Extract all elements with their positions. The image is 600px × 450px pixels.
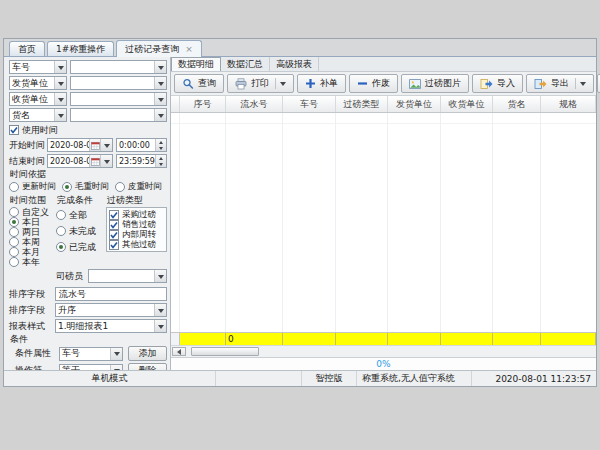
scroll-left-button[interactable] [172, 347, 186, 356]
column-header[interactable]: 收货单位 [441, 96, 493, 112]
weigher-select[interactable] [88, 269, 167, 283]
field-name-select[interactable]: 发货单位 [9, 76, 67, 90]
time-range-option[interactable]: 本年 [9, 257, 56, 267]
field-name-value: 货名 [10, 109, 54, 122]
column-header[interactable]: 货名 [493, 96, 541, 112]
data-tab[interactable]: 数据汇总 [221, 57, 270, 71]
window-tab[interactable]: 1#称重操作 [47, 41, 114, 56]
end-date-picker[interactable]: 2020-08-01 [47, 154, 113, 168]
window-tab[interactable]: 过磅记录查询× [116, 40, 202, 57]
finish-condition-label: 全部 [69, 209, 87, 222]
column-header[interactable]: 规格 [541, 96, 596, 112]
summary-count-value: 0 [228, 334, 234, 344]
status-system-text: 称重系统,无人值守系统 [362, 372, 455, 385]
start-date-picker[interactable]: 2020-08-01 [47, 138, 113, 152]
grid-column-line [335, 113, 336, 332]
finish-condition-option[interactable]: 已完成 [56, 239, 106, 255]
summary-cell [388, 333, 441, 345]
column-header[interactable]: 过磅类型 [336, 96, 388, 112]
sort-order-row: 排序字段 升序 [9, 303, 167, 317]
close-icon[interactable]: × [185, 45, 193, 54]
time-basis-option[interactable]: 皮重时间 [115, 181, 162, 192]
delete-condition-button[interactable]: 删除 [128, 363, 167, 370]
time-range-group: 时间范围 自定义本日两日本周本月本年 [9, 195, 56, 267]
sort-order-select[interactable]: 升序 [55, 303, 167, 317]
export-icon [534, 78, 547, 90]
condition-section-label: 条件 [10, 335, 167, 344]
time-basis-option[interactable]: 更新时间 [9, 181, 56, 192]
toolbar-button-label: 过磅图片 [425, 77, 461, 90]
end-time-spinner[interactable]: 23:59:59 [116, 154, 167, 168]
time-basis-option[interactable]: 毛重时间 [62, 181, 109, 192]
scrollbar-thumb[interactable] [191, 347, 259, 356]
dropdown-arrow-icon [54, 61, 66, 73]
field-name-value: 车号 [10, 61, 54, 74]
dropdown-arrow-icon [54, 93, 66, 105]
dropdown-arrow-icon [110, 348, 122, 360]
field-value-select[interactable] [70, 60, 167, 74]
finish-condition-option[interactable]: 未完成 [56, 223, 106, 239]
use-time-checkbox[interactable] [9, 125, 19, 135]
window-tab[interactable]: 首页 [9, 41, 45, 56]
checkbox-icon [109, 210, 119, 220]
plus-button[interactable]: 补单 [297, 74, 346, 93]
export-button[interactable]: 导出 [526, 74, 594, 93]
status-datetime: 2020-08-01 11:23:57 [472, 371, 596, 386]
radio-icon [9, 257, 19, 267]
horizontal-scrollbar[interactable] [171, 345, 596, 357]
finish-condition-option[interactable]: 全部 [56, 207, 106, 223]
column-header-label: 流水号 [241, 98, 268, 111]
status-mode: 单机模式 [4, 371, 216, 386]
sort-field-input[interactable]: 流水号 [55, 287, 167, 301]
dropdown-arrow-icon [575, 78, 586, 89]
plus-icon [305, 78, 316, 89]
field-name-select[interactable]: 车号 [9, 60, 67, 74]
toolbar: 查询打印补单作废过磅图片导入导出设置 [171, 72, 596, 96]
column-header[interactable]: 序号 [180, 96, 226, 112]
summary-cell [180, 333, 226, 345]
image-button[interactable]: 过磅图片 [401, 74, 469, 93]
field-value-select[interactable] [70, 108, 167, 122]
weigher-label: 司磅员 [56, 270, 88, 283]
dropdown-arrow-icon [275, 78, 286, 89]
field-filter-row: 收货单位 [9, 92, 167, 106]
progress-bar: 0% [171, 357, 596, 370]
radio-icon [9, 237, 19, 247]
calendar-icon [89, 155, 100, 167]
field-value-select[interactable] [70, 76, 167, 90]
data-tab-label: 高级报表 [276, 58, 312, 71]
weigh-type-option[interactable]: 其他过磅 [109, 240, 164, 250]
dropdown-arrow-icon [100, 139, 112, 151]
import-button[interactable]: 导入 [472, 74, 523, 93]
records-grid: 序号流水号车号过磅类型发货单位收货单位货名规格 0 0% [171, 96, 596, 370]
finish-condition-label: 未完成 [69, 225, 96, 238]
app-window: 首页1#称重操作过磅记录查询× 车号发货单位收货单位货名 使用时间 开始时间 2… [3, 38, 597, 387]
grid-column-line [225, 113, 226, 332]
add-condition-button[interactable]: 添加 [128, 346, 167, 361]
column-header[interactable]: 车号 [283, 96, 336, 112]
report-style-select[interactable]: 1.明细报表1 [55, 319, 167, 333]
summary-cell: 0 [226, 333, 283, 345]
minus-button[interactable]: 作废 [349, 74, 398, 93]
status-datetime-text: 2020-08-01 11:23:57 [495, 374, 591, 384]
field-value-select[interactable] [70, 92, 167, 106]
start-time-spinner[interactable]: 0:00:00 [116, 138, 167, 152]
data-tab[interactable]: 数据明细 [171, 57, 221, 71]
window-tab-label: 过磅记录查询 [125, 43, 179, 56]
radio-icon [115, 182, 125, 192]
data-tab[interactable]: 高级报表 [270, 57, 319, 71]
progress-value: 0% [376, 359, 390, 369]
radio-icon [9, 217, 19, 227]
search-button[interactable]: 查询 [174, 74, 224, 93]
end-time-value: 23:59:59 [117, 157, 155, 166]
field-name-select[interactable]: 收货单位 [9, 92, 67, 106]
column-header[interactable]: 发货单位 [388, 96, 441, 112]
field-name-value: 收货单位 [10, 93, 54, 106]
report-style-row: 报表样式 1.明细报表1 [9, 319, 167, 333]
dropdown-arrow-icon [154, 61, 166, 73]
printer-button[interactable]: 打印 [227, 74, 294, 93]
condition-attribute-select[interactable]: 车号 [59, 347, 123, 361]
toolbar-button-label: 补单 [320, 77, 338, 90]
field-name-select[interactable]: 货名 [9, 108, 67, 122]
column-header[interactable]: 流水号 [226, 96, 283, 112]
